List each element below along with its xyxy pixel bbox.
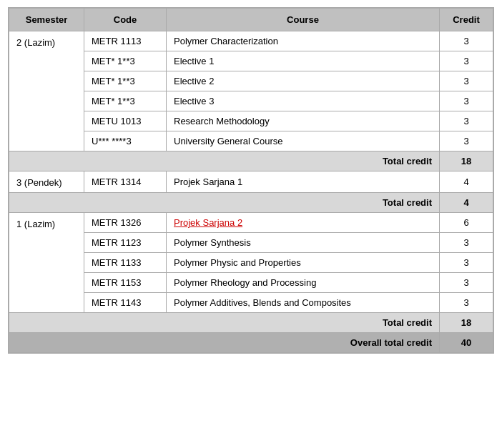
course-cell: Polymer Physic and Properties [167, 253, 440, 273]
code-cell: MET* 1**3 [84, 71, 167, 91]
code-cell: U*** ****3 [84, 131, 167, 151]
course-cell: Polymer Synthesis [167, 233, 440, 253]
overall-total-row: Overall total credit40 [9, 333, 493, 353]
table-row: 1 (Lazim)METR 1326Projek Sarjana 26 [9, 213, 493, 233]
total-row: Total credit4 [9, 193, 493, 213]
code-cell: MET* 1**3 [84, 91, 167, 111]
course-cell: Elective 2 [167, 71, 440, 91]
course-cell: Research Methodology [167, 111, 440, 131]
overall-label: Overall total credit [9, 333, 440, 353]
credit-cell: 3 [440, 293, 493, 313]
total-credit-value: 18 [440, 313, 493, 333]
table-row: 2 (Lazim)METR 1113Polymer Characterizati… [9, 31, 493, 51]
total-row: Total credit18 [9, 151, 493, 171]
code-cell: METR 1113 [84, 31, 167, 51]
code-cell: METR 1133 [84, 253, 167, 273]
credit-cell: 3 [440, 51, 493, 71]
credit-cell: 3 [440, 273, 493, 293]
course-cell: Projek Sarjana 1 [167, 171, 440, 193]
code-cell: METR 1153 [84, 273, 167, 293]
course-cell: University General Course [167, 131, 440, 151]
credit-cell: 3 [440, 131, 493, 151]
semester-cell: 3 (Pendek) [9, 171, 84, 193]
course-cell: Elective 3 [167, 91, 440, 111]
credit-cell: 3 [440, 31, 493, 51]
semester-cell: 1 (Lazim) [9, 213, 84, 313]
course-header: Course [167, 9, 440, 31]
credit-cell: 4 [440, 171, 493, 193]
total-label: Total credit [9, 193, 440, 213]
credit-cell: 3 [440, 91, 493, 111]
course-cell: Elective 1 [167, 51, 440, 71]
code-cell: METR 1123 [84, 233, 167, 253]
overall-credit-value: 40 [440, 333, 493, 353]
credit-cell: 6 [440, 213, 493, 233]
total-row: Total credit18 [9, 313, 493, 333]
credit-header: Credit [440, 9, 493, 31]
course-cell: Projek Sarjana 2 [167, 213, 440, 233]
credit-cell: 3 [440, 111, 493, 131]
code-cell: METR 1326 [84, 213, 167, 233]
code-header: Code [84, 9, 167, 31]
semester-header: Semester [9, 9, 84, 31]
code-cell: METR 1143 [84, 293, 167, 313]
credit-cell: 3 [440, 233, 493, 253]
total-label: Total credit [9, 151, 440, 171]
code-cell: METU 1013 [84, 111, 167, 131]
table-header-row: Semester Code Course Credit [9, 9, 493, 31]
table-row: 3 (Pendek)METR 1314Projek Sarjana 14 [9, 171, 493, 193]
course-cell: Polymer Rheology and Processing [167, 273, 440, 293]
total-label: Total credit [9, 313, 440, 333]
total-credit-value: 4 [440, 193, 493, 213]
credit-cell: 3 [440, 253, 493, 273]
course-cell: Polymer Characterization [167, 31, 440, 51]
total-credit-value: 18 [440, 151, 493, 171]
course-table: Semester Code Course Credit 2 (Lazim)MET… [8, 7, 494, 354]
code-cell: METR 1314 [84, 171, 167, 193]
credit-cell: 3 [440, 71, 493, 91]
code-cell: MET* 1**3 [84, 51, 167, 71]
course-cell: Polymer Additives, Blends and Composites [167, 293, 440, 313]
semester-cell: 2 (Lazim) [9, 31, 84, 151]
